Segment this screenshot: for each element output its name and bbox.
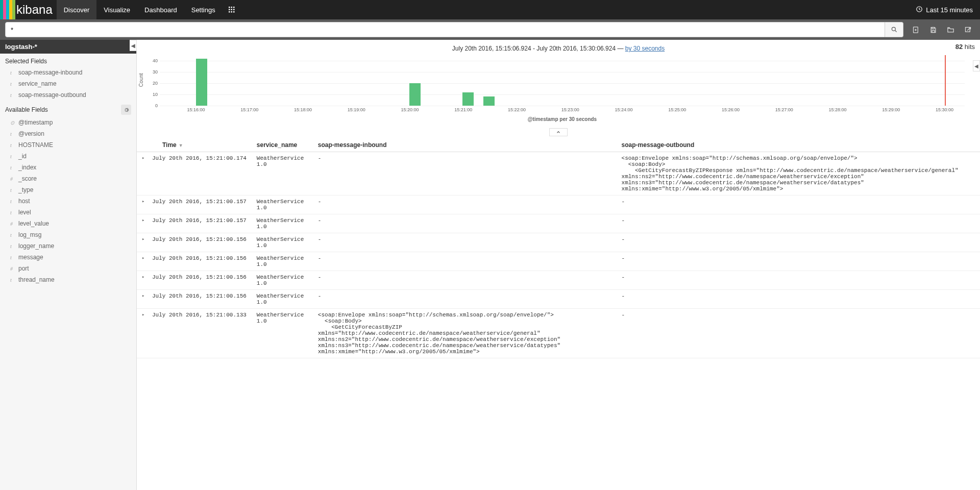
save-search-icon[interactable] (926, 22, 940, 37)
time-picker[interactable]: Last 15 minutes (909, 0, 980, 19)
chart-area[interactable]: 010203040 (160, 55, 965, 106)
expand-row-icon[interactable]: ▸ (137, 271, 147, 290)
chart-collapse-icon[interactable]: ◀ (973, 60, 980, 71)
field-name: _index (18, 164, 36, 171)
field-item[interactable]: t_index (0, 162, 136, 173)
table-collapse (137, 126, 980, 138)
svg-rect-7 (231, 11, 232, 13)
field-type-icon: t (10, 92, 15, 98)
cell-outbound: - (617, 233, 980, 252)
field-name: @timestamp (18, 119, 53, 126)
index-pattern-header[interactable]: logstash-* ◀ (0, 40, 136, 54)
sidebar-collapse-icon[interactable]: ◀ (130, 40, 137, 51)
chart-bar[interactable] (462, 92, 474, 106)
svg-rect-3 (229, 9, 230, 11)
field-type-icon: t (10, 187, 15, 193)
expand-row-icon[interactable]: ▸ (137, 252, 147, 271)
search-input[interactable] (5, 22, 885, 37)
cell-service: WeatherService 1.0 (252, 152, 313, 195)
chart-xtick: 15:22:00 (508, 107, 526, 112)
field-item[interactable]: tHOSTNAME (0, 139, 136, 151)
chart-bar[interactable] (409, 83, 421, 106)
field-item[interactable]: tthread_name (0, 274, 136, 285)
col-outbound[interactable]: soap-message-outbound (617, 138, 980, 152)
cell-service: WeatherService 1.0 (252, 309, 313, 358)
chevron-up-icon[interactable] (549, 128, 568, 136)
expand-row-icon[interactable]: ▸ (137, 195, 147, 214)
table-row: ▸July 20th 2016, 15:21:00.157WeatherServ… (137, 195, 980, 214)
chart-ytick: 0 (155, 103, 158, 108)
chart-xlabel: @timestamp per 30 seconds (160, 114, 965, 126)
field-item[interactable]: #port (0, 263, 136, 274)
expand-row-icon[interactable]: ▸ (137, 214, 147, 233)
histogram-title: July 20th 2016, 15:15:06.924 - July 20th… (137, 40, 980, 55)
col-time[interactable]: Time▼ (147, 138, 252, 152)
chart-xtick: 15:21:00 (454, 107, 472, 112)
fields-settings-icon[interactable] (121, 105, 131, 115)
table-row: ▸July 20th 2016, 15:21:00.133WeatherServ… (137, 309, 980, 358)
expand-row-icon[interactable]: ▸ (137, 233, 147, 252)
new-search-icon[interactable] (909, 22, 923, 37)
chart-redline (945, 55, 946, 106)
cell-outbound: - (617, 290, 980, 309)
field-name: _score (18, 175, 37, 182)
table-row: ▸July 20th 2016, 15:21:00.156WeatherServ… (137, 233, 980, 252)
hits-label: hits (965, 43, 975, 51)
field-item[interactable]: thost (0, 195, 136, 207)
field-item[interactable]: #_score (0, 173, 136, 184)
open-search-icon[interactable] (943, 22, 958, 37)
field-type-icon: # (10, 266, 15, 272)
expand-row-icon[interactable]: ▸ (137, 309, 147, 358)
field-item[interactable]: tsoap-message-outbound (0, 89, 136, 101)
field-item[interactable]: tlevel (0, 207, 136, 218)
expand-row-icon[interactable]: ▸ (137, 290, 147, 309)
search-button[interactable] (885, 22, 903, 37)
field-item[interactable]: #level_value (0, 218, 136, 229)
field-name: @version (18, 130, 44, 137)
field-item[interactable]: t@version (0, 128, 136, 139)
share-icon[interactable] (961, 22, 975, 37)
col-service-name[interactable]: service_name (252, 138, 313, 152)
field-item[interactable]: t_type (0, 184, 136, 195)
chart-xtick: 15:25:00 (668, 107, 686, 112)
field-item[interactable]: tmessage (0, 252, 136, 263)
nav-discover[interactable]: Discover (57, 0, 97, 19)
field-item[interactable]: tlogger_name (0, 240, 136, 252)
field-type-icon: t (10, 70, 15, 76)
interval-link[interactable]: by 30 seconds (625, 45, 665, 52)
chart-xtick: 15:28:00 (829, 107, 847, 112)
cell-outbound: - (617, 271, 980, 290)
available-fields-header: Available Fields (0, 101, 136, 117)
nav-settings[interactable]: Settings (184, 0, 223, 19)
field-name: logger_name (18, 242, 54, 250)
main: logstash-* ◀ Selected Fields tsoap-messa… (0, 40, 980, 490)
field-item[interactable]: ⊙@timestamp (0, 117, 136, 128)
svg-rect-0 (229, 7, 230, 8)
clock-icon (916, 6, 923, 14)
field-name: port (18, 265, 29, 272)
cell-outbound: - (617, 252, 980, 271)
chart-xticks: 15:16:0015:17:0015:18:0015:19:0015:20:00… (160, 106, 965, 114)
nav-apps-icon[interactable] (223, 0, 241, 19)
expand-row-icon[interactable]: ▸ (137, 152, 147, 195)
chart-xtick: 15:26:00 (722, 107, 740, 112)
field-item[interactable]: tlog_msg (0, 229, 136, 240)
col-inbound[interactable]: soap-message-inbound (313, 138, 617, 152)
table-row: ▸July 20th 2016, 15:21:00.156WeatherServ… (137, 271, 980, 290)
field-item[interactable]: t_id (0, 151, 136, 162)
chart-bar[interactable] (483, 96, 495, 106)
field-type-icon: t (10, 243, 15, 249)
nav-dashboard[interactable]: Dashboard (137, 0, 184, 19)
nav-visualize[interactable]: Visualize (96, 0, 137, 19)
field-type-icon: t (10, 81, 15, 87)
field-name: level_value (18, 220, 49, 227)
chart-bar[interactable] (196, 59, 207, 106)
logo[interactable]: kibana (0, 0, 57, 19)
field-item[interactable]: tservice_name (0, 78, 136, 89)
cell-inbound: - (313, 252, 617, 271)
chart-ytick: 20 (153, 81, 158, 86)
field-name: HOSTNAME (18, 141, 53, 149)
field-item[interactable]: tsoap-message-inbound (0, 67, 136, 78)
svg-rect-8 (233, 11, 235, 13)
svg-rect-6 (229, 11, 230, 13)
